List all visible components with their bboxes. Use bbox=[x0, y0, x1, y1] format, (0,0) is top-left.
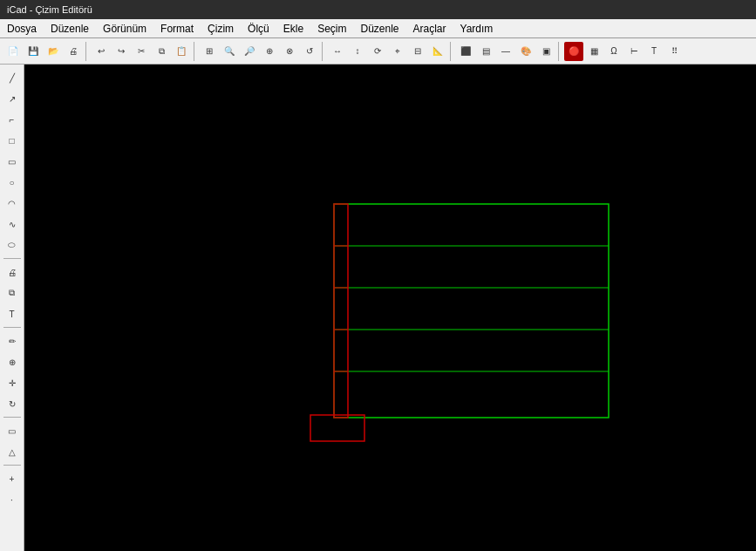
menu-duzenle[interactable]: Düzenle bbox=[44, 21, 96, 37]
lt-dot[interactable]: · bbox=[3, 490, 22, 509]
tb-hatch[interactable]: ▣ bbox=[536, 42, 555, 61]
lt-line[interactable]: ╱ bbox=[3, 68, 22, 87]
tb-open[interactable]: 📂 bbox=[44, 42, 63, 61]
main-area: ╱ ↗ ⌐ □ ▭ ○ ◠ ∿ ⬭ 🖨 ⧉ T ✏ ⊕ ✛ ↻ ▭ △ + · bbox=[0, 65, 756, 551]
menu-bar: Dosya Düzenle Görünüm Format Çizim Ölçü … bbox=[0, 19, 756, 38]
menu-araclar[interactable]: Araçlar bbox=[406, 21, 453, 37]
sep3 bbox=[322, 42, 325, 61]
lt-select[interactable]: ⊕ bbox=[3, 352, 22, 371]
lt-sep2 bbox=[3, 327, 21, 328]
tb-grid[interactable]: ⊟ bbox=[408, 42, 427, 61]
tb-measure[interactable]: 📐 bbox=[428, 42, 447, 61]
tb-text-tool[interactable]: T bbox=[644, 42, 664, 61]
tb-zoom-in[interactable]: 🔍 bbox=[220, 42, 239, 61]
tb-symbol[interactable]: Ω bbox=[604, 42, 623, 61]
menu-olcu[interactable]: Ölçü bbox=[241, 21, 276, 37]
title-bar: iCad - Çizim Editörü bbox=[0, 0, 756, 19]
lt-arc[interactable]: ◠ bbox=[3, 194, 22, 213]
canvas-area[interactable] bbox=[24, 65, 756, 551]
sep1 bbox=[85, 42, 89, 61]
lt-ellipse[interactable]: ⬭ bbox=[3, 235, 22, 255]
menu-yardim[interactable]: Yardım bbox=[453, 21, 501, 37]
tb-zoom-all[interactable]: ↺ bbox=[300, 42, 319, 61]
lt-sep4 bbox=[3, 465, 21, 466]
tb-layer[interactable]: ⬛ bbox=[456, 42, 475, 61]
sep2 bbox=[194, 42, 197, 61]
tb-color[interactable]: 🎨 bbox=[516, 42, 535, 61]
left-toolbar: ╱ ↗ ⌐ □ ▭ ○ ◠ ∿ ⬭ 🖨 ⧉ T ✏ ⊕ ✛ ↻ ▭ △ + · bbox=[0, 65, 24, 551]
lt-pin[interactable]: + bbox=[3, 469, 22, 488]
lt-rotate[interactable]: ↻ bbox=[3, 394, 22, 413]
menu-dosya[interactable]: Dosya bbox=[0, 21, 44, 37]
tb-rotate-view[interactable]: ⟳ bbox=[368, 42, 387, 61]
lt-sep1 bbox=[3, 258, 21, 259]
menu-secim[interactable]: Seçim bbox=[310, 21, 353, 37]
tb-new[interactable]: 📄 bbox=[3, 42, 23, 61]
tb-line-style[interactable]: ― bbox=[496, 42, 515, 61]
lt-polyline[interactable]: ⌐ bbox=[3, 110, 22, 129]
lt-panel[interactable]: ▭ bbox=[3, 421, 22, 440]
lt-square[interactable]: ▭ bbox=[3, 152, 22, 171]
tb-undo[interactable]: ↩ bbox=[92, 42, 111, 61]
tb-table[interactable]: ▦ bbox=[584, 42, 603, 61]
menu-cizim[interactable]: Çizim bbox=[201, 21, 241, 37]
lt-text[interactable]: T bbox=[3, 304, 22, 323]
menu-ekle[interactable]: Ekle bbox=[276, 21, 310, 37]
title-label: iCad - Çizim Editörü bbox=[7, 4, 92, 15]
lt-arrow[interactable]: ↗ bbox=[3, 89, 22, 108]
sep4 bbox=[450, 42, 453, 61]
lt-mirror[interactable]: △ bbox=[3, 442, 22, 461]
lt-move[interactable]: ✛ bbox=[3, 373, 22, 392]
lt-copy[interactable]: ⧉ bbox=[3, 283, 22, 303]
lt-circle[interactable]: ○ bbox=[3, 173, 22, 192]
toolbar: 📄 💾 📂 🖨 ↩ ↪ ✂ ⧉ 📋 ⊞ 🔍 🔎 ⊕ ⊗ ↺ ↔ ↕ ⟳ ⌖ ⊟ … bbox=[0, 38, 756, 65]
tb-snap[interactable]: ⌖ bbox=[388, 42, 407, 61]
lt-pencil[interactable]: ✏ bbox=[3, 331, 22, 350]
lt-print[interactable]: 🖨 bbox=[3, 262, 22, 282]
tb-block[interactable]: 🔴 bbox=[564, 42, 583, 61]
tb-pan-h[interactable]: ↔ bbox=[328, 42, 347, 61]
tb-redo[interactable]: ↪ bbox=[112, 42, 131, 61]
tb-print[interactable]: 🖨 bbox=[64, 42, 83, 61]
menu-gorunum[interactable]: Görünüm bbox=[96, 21, 153, 37]
menu-format[interactable]: Format bbox=[153, 21, 201, 37]
lt-wave[interactable]: ∿ bbox=[3, 214, 22, 234]
svg-rect-10 bbox=[310, 415, 364, 441]
cad-drawing bbox=[24, 65, 756, 551]
tb-cut[interactable]: ✂ bbox=[132, 42, 151, 61]
tb-zoom-out[interactable]: 🔎 bbox=[240, 42, 259, 61]
svg-rect-0 bbox=[334, 204, 609, 418]
sep5 bbox=[558, 42, 562, 61]
tb-save[interactable]: 💾 bbox=[24, 42, 43, 61]
lt-sep3 bbox=[3, 417, 21, 418]
svg-rect-5 bbox=[334, 204, 348, 418]
tb-paste[interactable]: 📋 bbox=[172, 42, 191, 61]
tb-zoom-window[interactable]: ⊕ bbox=[260, 42, 279, 61]
tb-fill[interactable]: ▤ bbox=[476, 42, 495, 61]
tb-copy[interactable]: ⧉ bbox=[152, 42, 171, 61]
menu-duzenle2[interactable]: Düzenle bbox=[353, 21, 405, 37]
tb-zoom-fit[interactable]: ⊗ bbox=[280, 42, 299, 61]
tb-dim[interactable]: ⊢ bbox=[624, 42, 644, 61]
tb-more[interactable]: ⠿ bbox=[664, 42, 684, 61]
tb-pan-v[interactable]: ↕ bbox=[348, 42, 367, 61]
tb-select-box[interactable]: ⊞ bbox=[200, 42, 219, 61]
lt-rectangle[interactable]: □ bbox=[3, 131, 22, 150]
